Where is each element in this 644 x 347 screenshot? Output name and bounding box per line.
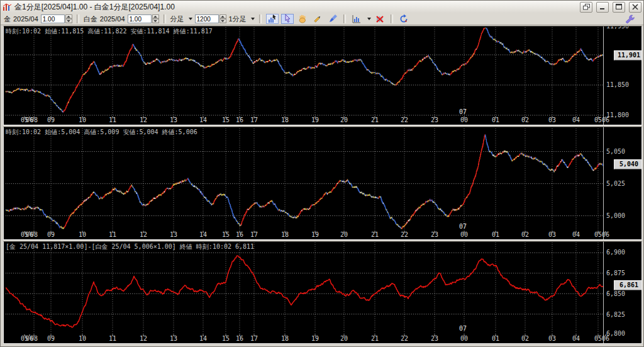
x-axis-label: 04 (570, 117, 582, 123)
spread-chart-canvas[interactable] (4, 242, 641, 343)
x-axis-label: 02 (519, 335, 531, 342)
x-axis-label: 15 (219, 335, 232, 342)
select-arrow-button[interactable] (281, 14, 294, 24)
x-axis-label: 20 (338, 117, 350, 123)
gold-multiplier-input[interactable] (41, 14, 65, 23)
x-axis-label: 01 (489, 335, 502, 342)
x-axis-label: 08 (28, 335, 40, 342)
maximize-icon (616, 4, 622, 10)
x-axis-label: 02 (519, 117, 531, 123)
app-icon (3, 3, 12, 11)
maximize-button[interactable] (613, 2, 625, 13)
spin-down-button[interactable] (65, 19, 72, 23)
spread-chart-panel: [金 25/04 11,817×1.00]-[白金 25/04 5,006×1.… (3, 241, 642, 344)
chart-type-button[interactable] (350, 14, 363, 24)
x-axis-label: 21 (369, 231, 381, 238)
spread-last-price-tag: 6,861 (614, 280, 642, 290)
x-axis-label: 14 (197, 231, 209, 238)
platinum-chart-panel: 時刻:10:02 始値:5,004 高値:5,009 安値:5,004 終値:5… (3, 127, 642, 240)
gold-chart-canvas[interactable] (4, 26, 641, 125)
chart-cursor-button[interactable] (266, 14, 279, 24)
platinum-contract-month: 2025/04 (100, 15, 125, 23)
x-axis-label: 17 (248, 231, 260, 238)
x-axis-label: 04 (570, 231, 582, 238)
y-axis-label: 6,875 (606, 270, 625, 276)
x-axis-label: 18 (279, 335, 291, 342)
spin-up-button[interactable] (65, 14, 72, 19)
x-axis-label: 01 (489, 117, 502, 123)
x-axis-label: 13 (167, 117, 180, 123)
x-axis-label: 21 (369, 117, 381, 123)
x-axis-label: 03 (546, 335, 558, 342)
x-axis-label: 12 (137, 231, 150, 238)
gold-multiplier-spinner (41, 14, 72, 23)
x-axis-label: 16 (233, 335, 246, 342)
float-window-button[interactable] (580, 2, 592, 13)
x-axis-label: 13 (167, 335, 180, 342)
minimize-icon (599, 4, 606, 10)
x-axis-label: 13 (167, 231, 180, 238)
x-axis-label: 02 (519, 231, 531, 238)
settings-wrench-icon (625, 14, 635, 24)
spin-down-button[interactable] (152, 19, 159, 23)
select-arrow-icon (282, 14, 292, 24)
x-axis-label: 08 (28, 231, 40, 238)
x-axis-label: 10 (76, 231, 89, 238)
x-axis-label: 20 (338, 231, 350, 238)
x-axis-label: 09 (45, 335, 57, 342)
platinum-multiplier-input[interactable] (128, 14, 152, 23)
x-axis-label: 21 (369, 335, 381, 342)
chart-type-icon (352, 14, 362, 24)
toolbar-separator (164, 14, 166, 23)
clear-chart-button[interactable] (374, 14, 386, 24)
pencil-draw-button[interactable] (311, 14, 324, 24)
x-axis-label: 18 (279, 117, 291, 123)
x-axis-label: 22 (398, 335, 411, 342)
bar-type-dropdown[interactable]: 分足 (170, 14, 184, 24)
spin-up-button[interactable] (219, 14, 226, 19)
chevron-down-icon (251, 18, 255, 20)
toolbar-separator (391, 14, 393, 23)
spin-down-button[interactable] (219, 19, 226, 23)
x-axis-label: 23 (428, 117, 441, 123)
close-button[interactable] (629, 2, 641, 13)
chevron-down-icon[interactable] (367, 18, 371, 20)
x-axis-label: 16 (233, 231, 246, 238)
y-axis-label: 6,900 (606, 249, 625, 256)
gold-contract-month: 2025/04 (13, 15, 38, 23)
x-axis-label: 10 (76, 335, 89, 342)
float-window-icon (583, 4, 590, 10)
x-axis-label: 20 (338, 335, 350, 342)
platinum-multiplier-spinner (128, 14, 159, 23)
x-axis-label: 14 (197, 335, 209, 342)
minimize-button[interactable] (596, 2, 609, 13)
settings-wrench-button[interactable] (624, 14, 636, 24)
bar-count-spinner (195, 14, 226, 23)
hand-pan-button[interactable] (296, 14, 309, 24)
platinum-last-price-tag: 5,040 (614, 159, 642, 169)
y-axis-label: 11,850 (606, 81, 629, 88)
x-axis-label: 03 (546, 231, 558, 238)
spread-formula-status: [金 25/04 11,817×1.00]-[白金 25/04 5,006×1.… (6, 242, 254, 251)
x-axis-label: 11 (106, 231, 119, 238)
y-axis-label: 5,025 (606, 180, 625, 187)
x-axis-label: 11 (106, 117, 119, 123)
spin-up-button[interactable] (152, 14, 159, 19)
x-axis-label: 19 (309, 117, 321, 123)
x-axis-label: 00 (458, 335, 470, 342)
y-axis-label: 5,000 (606, 212, 625, 219)
platinum-chart-canvas[interactable] (4, 127, 641, 239)
interval-dropdown[interactable]: 1分足 (229, 14, 247, 24)
x-axis-label: 19 (309, 335, 321, 342)
chevron-down-icon (189, 18, 192, 20)
toolbar-separator (259, 14, 262, 23)
gold-last-price-tag: 11,901 (614, 50, 642, 60)
pen-annotate-button[interactable] (326, 14, 339, 24)
refresh-button[interactable] (397, 14, 410, 24)
gold-ohlc-status: 時刻:10:02 始値:11,815 高値:11,822 安値:11,814 終… (6, 27, 213, 36)
y-axis-label: 5,050 (606, 148, 625, 155)
x-axis-label: 09 (45, 117, 57, 123)
x-axis-label: 15 (219, 117, 232, 123)
y-axis-label: 6,850 (606, 290, 625, 297)
bar-count-input[interactable] (195, 14, 219, 23)
